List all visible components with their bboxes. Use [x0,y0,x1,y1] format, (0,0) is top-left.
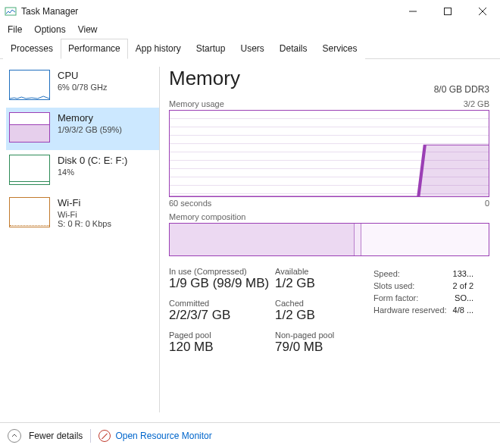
inuse-value: 1/9 GB (98/9 MB) [169,276,275,291]
disk-thumb-icon [9,155,50,185]
tab-details[interactable]: Details [272,39,315,59]
fewer-details-button[interactable]: Fewer details [29,431,83,441]
window-controls [395,0,500,23]
usage-chart-max: 3/2 GB [464,99,489,108]
tab-users[interactable]: Users [233,39,271,59]
tab-strip: Processes Performance App history Startu… [0,38,500,59]
memory-usage-chart[interactable] [169,110,489,197]
divider [159,67,160,412]
menu-bar: File Options View [0,23,500,38]
menu-view[interactable]: View [78,24,98,35]
wifi-thumb-icon [9,197,50,227]
composition-inuse-segment [170,224,355,255]
available-value: 1/2 GB [275,276,358,291]
cpu-thumb-icon [9,70,50,100]
page-title: Memory [169,67,240,90]
sidebar-cpu-sub: 6% 0/78 GHz [58,83,107,92]
memory-thumb-icon [9,112,50,143]
axis-right: 0 [485,199,489,208]
paged-value: 120 MB [169,340,275,355]
sidebar-item-cpu[interactable]: CPU 6% 0/78 GHz [6,65,159,108]
sidebar-item-wifi[interactable]: Wi-Fi Wi-Fi S: 0 R: 0 Kbps [6,193,159,236]
usage-chart-label: Memory usage [169,99,224,108]
tab-performance[interactable]: Performance [61,39,128,59]
footer-separator [90,429,91,443]
app-icon [5,5,17,17]
resource-monitor-icon [98,430,111,442]
title-bar: Task Manager [0,0,500,23]
open-resource-monitor-label: Open Resource Monitor [115,431,211,441]
sidebar-wifi-rates: S: 0 R: 0 Kbps [58,219,111,228]
hwres-value: 4/8 ... [453,305,479,315]
sidebar-memory-title: Memory [58,112,122,124]
speed-value: 133... [453,268,479,279]
composition-modified-segment [355,224,361,255]
svg-rect-2 [445,8,452,15]
committed-label: Committed [169,299,275,308]
footer-bar: Fewer details Open Resource Monitor [0,422,500,448]
sidebar-wifi-title: Wi-Fi [58,197,111,208]
performance-sidebar: CPU 6% 0/78 GHz Memory 1/9/3/2 GB (59%) … [0,59,159,420]
svg-marker-5 [418,145,489,196]
memory-capacity: 8/0 GB DDR3 [434,84,489,95]
hwres-label: Hardware reserved: [373,305,452,315]
speed-label: Speed: [373,268,452,279]
maximize-button[interactable] [430,0,465,23]
form-value: SO... [453,293,479,303]
sidebar-cpu-title: CPU [58,70,107,81]
slots-value: 2 of 2 [453,280,479,291]
close-button[interactable] [465,0,500,23]
committed-value: 2/2/3/7 GB [169,308,275,323]
menu-options[interactable]: Options [34,24,65,35]
sidebar-disk-sub: 14% [58,168,127,177]
cached-label: Cached [275,299,358,308]
tab-app-history[interactable]: App history [128,39,189,59]
inuse-label: In use (Compressed) [169,267,275,276]
sidebar-item-memory[interactable]: Memory 1/9/3/2 GB (59%) [6,108,159,150]
tab-services[interactable]: Services [315,39,365,59]
memory-stats: In use (Compressed) 1/9 GB (98/9 MB) Ava… [169,267,489,358]
menu-file[interactable]: File [8,24,22,35]
form-label: Form factor: [373,293,452,303]
performance-main: Memory 8/0 GB DDR3 Memory usage 3/2 GB 6… [167,59,500,420]
minimize-button[interactable] [395,0,430,23]
composition-label: Memory composition [169,212,489,221]
window-title: Task Manager [21,6,78,17]
chevron-up-icon[interactable] [8,429,21,443]
slots-label: Slots used: [373,280,452,291]
sidebar-wifi-sub: Wi-Fi [58,210,111,219]
sidebar-memory-sub: 1/9/3/2 GB (59%) [58,125,122,134]
available-label: Available [275,267,358,276]
sidebar-disk-title: Disk 0 (C: E: F:) [58,155,127,166]
open-resource-monitor-link[interactable]: Open Resource Monitor [98,430,211,442]
paged-label: Paged pool [169,331,275,340]
memory-composition-chart[interactable] [169,223,489,256]
tab-startup[interactable]: Startup [189,39,233,59]
tab-processes[interactable]: Processes [3,39,61,59]
axis-left: 60 seconds [169,199,211,208]
nonpaged-label: Non-paged pool [275,331,358,340]
memory-properties-table: Speed:133... Slots used:2 of 2 Form fact… [372,267,480,317]
sidebar-item-disk[interactable]: Disk 0 (C: E: F:) 14% [6,150,159,193]
nonpaged-value: 79/0 MB [275,340,358,355]
cached-value: 1/2 GB [275,308,358,323]
